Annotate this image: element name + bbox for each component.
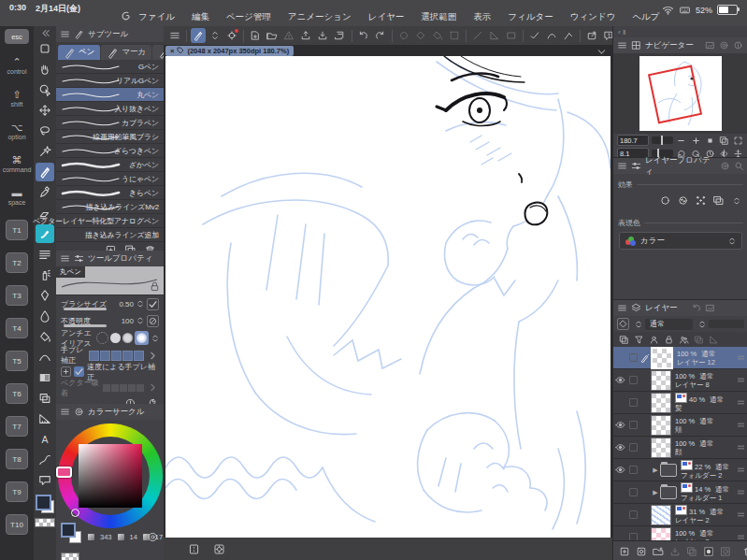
navigator-preview[interactable]: [613, 53, 747, 134]
brush-size-stepper[interactable]: [136, 299, 144, 309]
layer-grip-icon[interactable]: [738, 377, 744, 383]
subtool-item-描き込みラインズMv2[interactable]: 描き込みラインズMv2: [56, 200, 164, 214]
edge-key-esc[interactable]: esc: [5, 29, 29, 44]
color-wheel[interactable]: [58, 424, 163, 528]
pen-icon[interactable]: [191, 28, 206, 43]
panel-menu-icon[interactable]: [60, 407, 70, 417]
set-as-draft-icon[interactable]: [634, 335, 644, 345]
lock-icon[interactable]: [149, 280, 161, 293]
delete-layer-button[interactable]: [742, 546, 747, 557]
tool-lasso[interactable]: [36, 122, 54, 140]
new-doc-icon[interactable]: [248, 28, 263, 43]
transparent-color-swatch[interactable]: [61, 553, 79, 560]
canvas-tab[interactable]: × (2048 x 2047px 350dpi 180.7%): [165, 46, 294, 56]
layer-visible-eye-icon[interactable]: [613, 375, 627, 385]
color-swatch-pair[interactable]: [61, 523, 81, 543]
snap-settings-icon[interactable]: [213, 543, 225, 555]
menu-表示[interactable]: 表示: [473, 11, 491, 23]
tool-pen-selected[interactable]: [36, 163, 54, 181]
edge-key-option[interactable]: ⌥option: [3, 116, 31, 147]
foreground-color-swatch[interactable]: [36, 495, 51, 510]
collapse-left-icon[interactable]: ‹ ‖: [618, 28, 625, 36]
extract-line-icon[interactable]: [695, 194, 707, 207]
subtool-tab-ペン[interactable]: ペン: [58, 45, 100, 60]
sv-cursor[interactable]: [71, 509, 79, 517]
layer-thumbnail[interactable]: [651, 347, 673, 369]
edge-key-t3[interactable]: T3: [6, 285, 28, 306]
tool-ruler[interactable]: [36, 409, 54, 428]
tool-blend[interactable]: [36, 307, 54, 325]
menu-ファイル[interactable]: ファイル: [138, 11, 175, 23]
edge-key-t9[interactable]: T9: [6, 481, 28, 502]
sv-square[interactable]: [79, 444, 142, 508]
lock-transparent-icon[interactable]: [664, 335, 674, 345]
antialias-options[interactable]: [96, 331, 149, 345]
layer-thumbnail[interactable]: [651, 527, 671, 542]
layer-select-checkbox[interactable]: [627, 466, 639, 474]
zoom-slider[interactable]: [652, 136, 673, 144]
layer-property-header[interactable]: レイヤープロパティ: [613, 158, 747, 174]
new-layer-settings-button[interactable]: [636, 546, 647, 557]
gradient-tri-icon[interactable]: [487, 28, 502, 43]
layer-color-icon[interactable]: [712, 194, 725, 207]
open-folder-icon[interactable]: [265, 28, 280, 43]
layer-grip-icon[interactable]: [738, 511, 744, 518]
antialias-stepper[interactable]: [151, 334, 159, 343]
collapse-panel-icon[interactable]: [39, 27, 51, 38]
color-mode-toggle-icon[interactable]: [147, 531, 159, 543]
menu-選択範囲[interactable]: 選択範囲: [421, 11, 456, 23]
opacity-stepper[interactable]: [136, 316, 144, 325]
opacity-value[interactable]: 100: [122, 317, 134, 325]
tool-zoom[interactable]: [36, 39, 54, 58]
subtool-item-きらペン[interactable]: きらペン: [56, 186, 164, 200]
navigator-header[interactable]: ナビゲーター: [613, 37, 747, 53]
subtool-item-Gペン[interactable]: Gペン: [56, 60, 164, 74]
tool-line-correct[interactable]: [36, 451, 54, 469]
edge-key-t2[interactable]: T2: [6, 252, 28, 273]
effect-stepper[interactable]: [733, 194, 740, 207]
layer-grip-icon[interactable]: [738, 489, 744, 495]
subtool-item-ざかペン[interactable]: ざかペン: [56, 158, 164, 172]
menu-icon[interactable]: [167, 28, 182, 43]
palette-stepper[interactable]: [635, 320, 642, 329]
zoom-in-button[interactable]: [690, 135, 701, 146]
edge-key-t10[interactable]: T10: [6, 514, 28, 535]
layer-thumbnail[interactable]: [651, 370, 671, 391]
border-effect-icon[interactable]: [659, 194, 671, 207]
folder-expand-arrow[interactable]: ▶: [651, 489, 660, 496]
subtool-item-ベクターレイヤー特化型アナログペン[interactable]: ベクターレイヤー特化型アナログペン: [56, 214, 164, 228]
panel-menu-icon[interactable]: [617, 40, 627, 50]
panel-menu-icon[interactable]: [617, 303, 627, 313]
deselect-icon[interactable]: [396, 28, 411, 43]
zoom-value[interactable]: 180.7: [617, 135, 649, 146]
layer-row-顔[interactable]: 100 %通常顔: [613, 437, 747, 459]
subtool-item-線画用鉛筆風ブラシ[interactable]: 線画用鉛筆風ブラシ: [56, 130, 164, 144]
subtool-item-うにゃペン[interactable]: うにゃペン: [56, 172, 164, 186]
layer-comp-tab-icon[interactable]: [705, 303, 715, 313]
layer-row-フォルダー 1[interactable]: ▶14 %通常フォルダー 1: [613, 481, 747, 504]
tool-figure[interactable]: [36, 348, 54, 366]
layer-select-checkbox[interactable]: [627, 398, 639, 407]
tool-balloon[interactable]: [36, 471, 54, 490]
redo-icon[interactable]: [373, 28, 388, 43]
hue-cursor[interactable]: [56, 467, 72, 478]
layer-opacity-slider[interactable]: [709, 320, 744, 328]
subtool-item-丸ペン[interactable]: 丸ペン: [56, 88, 164, 102]
new-folder-button[interactable]: [653, 546, 664, 557]
subtool-item-描き込みラインズ追加[interactable]: 描き込みラインズ追加: [56, 228, 164, 242]
subtool-item-リアルGペン[interactable]: リアルGペン: [56, 74, 164, 88]
menu-ウィンドウ[interactable]: ウィンドウ: [570, 11, 616, 23]
menu-レイヤー[interactable]: レイヤー: [368, 11, 405, 23]
color-circle-header[interactable]: カラーサークル: [56, 404, 164, 420]
tool-brush[interactable]: [36, 224, 54, 243]
layer-grip-icon[interactable]: [738, 467, 744, 473]
menu-編集[interactable]: 編集: [192, 11, 209, 23]
zoom-100-button[interactable]: [704, 135, 715, 146]
fit-screen-button[interactable]: [718, 135, 729, 146]
layer-row-レイヤー 12[interactable]: 100 %通常レイヤー 12: [613, 347, 747, 369]
subtool-tab-マーカ[interactable]: マーカ: [101, 45, 151, 60]
layer-visible-eye-icon[interactable]: [613, 420, 627, 430]
register-view-icon[interactable]: [188, 543, 200, 555]
set-reference-icon[interactable]: [679, 335, 689, 345]
tool-hand[interactable]: [36, 60, 54, 79]
